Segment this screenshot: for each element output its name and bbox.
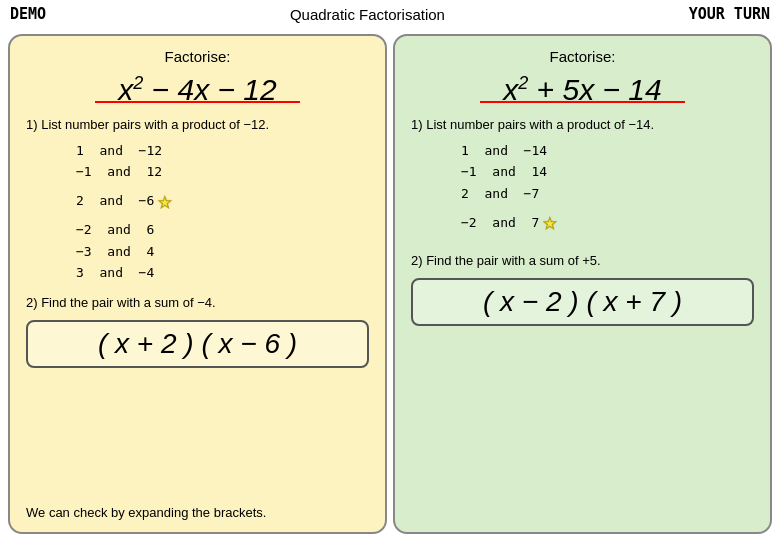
list-item: 2 and −7 — [461, 183, 754, 204]
right-step2-label: 2) Find the pair with a sum of +5. — [411, 253, 754, 268]
left-step2-label: 2) Find the pair with a sum of −4. — [26, 295, 369, 310]
left-factorise-label: Factorise: — [26, 48, 369, 65]
list-item: 1 and −12 — [76, 140, 369, 161]
header: DEMO Quadratic Factorisation YOUR TURN — [0, 0, 780, 28]
right-answer: ( x − 2 ) ( x + 7 ) — [411, 278, 754, 326]
list-item: −3 and 4 — [76, 241, 369, 262]
left-equation: x2 − 4x − 12 — [26, 73, 369, 107]
right-equation: x2 + 5x − 14 — [411, 73, 754, 107]
list-item: −1 and 14 — [461, 161, 754, 182]
left-step1-label: 1) List number pairs with a product of −… — [26, 117, 369, 132]
list-item: −2 and 6 — [76, 219, 369, 240]
left-panel: Factorise: x2 − 4x − 12 1) List number p… — [8, 34, 387, 534]
header-left: DEMO — [10, 5, 46, 23]
right-step1-label: 1) List number pairs with a product of −… — [411, 117, 754, 132]
right-factorise-label: Factorise: — [411, 48, 754, 65]
right-pairs-list: 1 and −14 −1 and 14 2 and −7 −2 and 7 ★ — [461, 140, 754, 241]
left-answer: ( x + 2 ) ( x − 6 ) — [26, 320, 369, 368]
right-panel: Factorise: x2 + 5x − 14 1) List number p… — [393, 34, 772, 534]
header-center: Quadratic Factorisation — [290, 6, 445, 23]
star-icon: ★ — [543, 204, 556, 240]
list-item: 1 and −14 — [461, 140, 754, 161]
left-pairs-list: 1 and −12 −1 and 12 2 and −6 ★ −2 and 6 … — [76, 140, 369, 283]
list-item-highlighted: −2 and 7 ★ — [461, 204, 754, 240]
left-check-label: We can check by expanding the brackets. — [26, 505, 369, 520]
list-item: 3 and −4 — [76, 262, 369, 283]
list-item-highlighted: 2 and −6 ★ — [76, 183, 369, 219]
star-icon: ★ — [158, 183, 171, 219]
list-item: −1 and 12 — [76, 161, 369, 182]
header-right: YOUR TURN — [689, 5, 770, 23]
